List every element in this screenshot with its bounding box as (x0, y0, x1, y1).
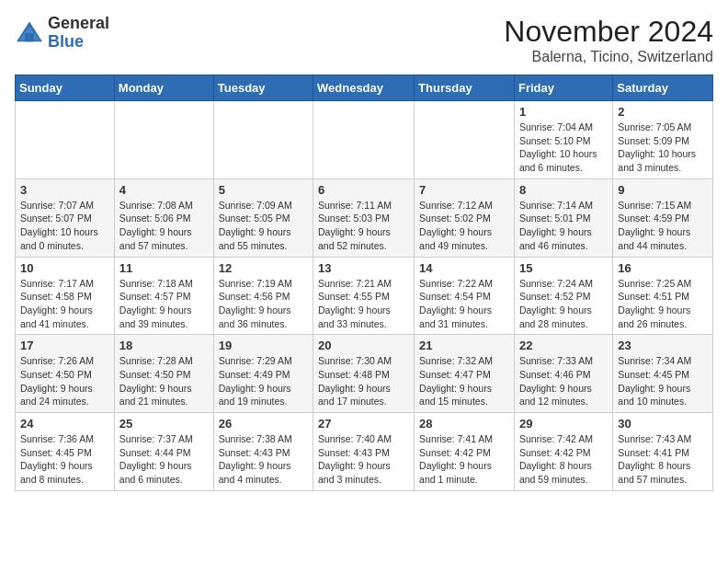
day-number: 21 (419, 339, 509, 352)
day-info: Sunrise: 7:18 AM Sunset: 4:57 PM Dayligh… (119, 277, 209, 331)
day-number: 24 (20, 417, 109, 431)
calendar-week-row: 3Sunrise: 7:07 AM Sunset: 5:07 PM Daylig… (16, 178, 713, 257)
day-info: Sunrise: 7:17 AM Sunset: 4:58 PM Dayligh… (20, 277, 109, 331)
calendar-cell: 17Sunrise: 7:26 AM Sunset: 4:50 PM Dayli… (16, 335, 115, 413)
day-info: Sunrise: 7:34 AM Sunset: 4:45 PM Dayligh… (618, 354, 708, 408)
calendar-cell: 4Sunrise: 7:08 AM Sunset: 5:06 PM Daylig… (114, 178, 213, 257)
day-info: Sunrise: 7:08 AM Sunset: 5:06 PM Dayligh… (119, 199, 209, 253)
day-number: 27 (318, 417, 409, 431)
day-number: 30 (618, 417, 708, 431)
day-info: Sunrise: 7:12 AM Sunset: 5:02 PM Dayligh… (419, 199, 509, 253)
calendar-cell: 8Sunrise: 7:14 AM Sunset: 5:01 PM Daylig… (514, 178, 612, 257)
calendar-cell: 3Sunrise: 7:07 AM Sunset: 5:07 PM Daylig… (16, 178, 115, 257)
day-info: Sunrise: 7:25 AM Sunset: 4:51 PM Dayligh… (618, 277, 708, 331)
day-number: 25 (119, 417, 209, 431)
calendar-cell: 1Sunrise: 7:04 AM Sunset: 5:10 PM Daylig… (514, 101, 612, 179)
calendar-cell: 24Sunrise: 7:36 AM Sunset: 4:45 PM Dayli… (16, 413, 115, 491)
day-number: 9 (618, 183, 708, 197)
calendar-cell: 23Sunrise: 7:34 AM Sunset: 4:45 PM Dayli… (613, 335, 713, 413)
day-number: 13 (318, 261, 409, 275)
title-section: November 2024 Balerna, Ticino, Switzerla… (504, 15, 713, 65)
calendar-cell: 5Sunrise: 7:09 AM Sunset: 5:05 PM Daylig… (213, 178, 313, 257)
calendar-cell: 14Sunrise: 7:22 AM Sunset: 4:54 PM Dayli… (415, 257, 515, 335)
day-info: Sunrise: 7:32 AM Sunset: 4:47 PM Dayligh… (419, 354, 509, 408)
day-info: Sunrise: 7:15 AM Sunset: 4:59 PM Dayligh… (618, 199, 708, 253)
day-number: 1 (519, 105, 608, 119)
calendar-cell: 27Sunrise: 7:40 AM Sunset: 4:43 PM Dayli… (313, 413, 415, 491)
weekday-header: Monday (114, 75, 213, 101)
weekday-header: Friday (514, 75, 612, 101)
day-info: Sunrise: 7:40 AM Sunset: 4:43 PM Dayligh… (318, 432, 409, 487)
day-number: 12 (219, 261, 308, 275)
weekday-header: Tuesday (213, 75, 313, 101)
calendar-cell: 16Sunrise: 7:25 AM Sunset: 4:51 PM Dayli… (613, 257, 713, 335)
day-info: Sunrise: 7:30 AM Sunset: 4:48 PM Dayligh… (318, 354, 409, 408)
calendar-cell: 20Sunrise: 7:30 AM Sunset: 4:48 PM Dayli… (313, 335, 415, 413)
calendar-week-row: 24Sunrise: 7:36 AM Sunset: 4:45 PM Dayli… (16, 413, 713, 491)
day-info: Sunrise: 7:09 AM Sunset: 5:05 PM Dayligh… (219, 199, 308, 253)
logo: General Blue (15, 15, 109, 52)
calendar-week-row: 17Sunrise: 7:26 AM Sunset: 4:50 PM Dayli… (16, 335, 713, 413)
calendar-week-row: 1Sunrise: 7:04 AM Sunset: 5:10 PM Daylig… (16, 101, 713, 179)
day-info: Sunrise: 7:38 AM Sunset: 4:43 PM Dayligh… (219, 432, 308, 487)
day-info: Sunrise: 7:22 AM Sunset: 4:54 PM Dayligh… (419, 277, 509, 331)
calendar-cell: 10Sunrise: 7:17 AM Sunset: 4:58 PM Dayli… (16, 257, 115, 335)
day-number: 7 (419, 183, 509, 197)
month-title: November 2024 (504, 15, 713, 49)
calendar-cell: 12Sunrise: 7:19 AM Sunset: 4:56 PM Dayli… (213, 257, 313, 335)
calendar-cell: 25Sunrise: 7:37 AM Sunset: 4:44 PM Dayli… (114, 413, 213, 491)
logo-blue-text: Blue (48, 33, 109, 52)
calendar-table: SundayMondayTuesdayWednesdayThursdayFrid… (15, 75, 713, 491)
day-number: 18 (119, 339, 209, 352)
calendar-cell: 29Sunrise: 7:42 AM Sunset: 4:42 PM Dayli… (514, 413, 612, 491)
page-header: General Blue November 2024 Balerna, Tici… (15, 15, 713, 65)
weekday-header: Saturday (613, 75, 713, 101)
weekday-header: Thursday (415, 75, 515, 101)
day-number: 15 (519, 261, 608, 275)
day-info: Sunrise: 7:24 AM Sunset: 4:52 PM Dayligh… (519, 277, 608, 331)
day-number: 11 (119, 261, 209, 275)
day-number: 4 (119, 183, 209, 197)
day-number: 16 (618, 261, 708, 275)
calendar-cell: 18Sunrise: 7:28 AM Sunset: 4:50 PM Dayli… (114, 335, 213, 413)
location-title: Balerna, Ticino, Switzerland (504, 49, 713, 65)
day-info: Sunrise: 7:37 AM Sunset: 4:44 PM Dayligh… (119, 432, 209, 487)
calendar-cell: 2Sunrise: 7:05 AM Sunset: 5:09 PM Daylig… (613, 101, 713, 179)
calendar-cell: 11Sunrise: 7:18 AM Sunset: 4:57 PM Dayli… (114, 257, 213, 335)
logo-icon (15, 20, 44, 46)
logo-general-text: General (48, 15, 109, 33)
day-info: Sunrise: 7:36 AM Sunset: 4:45 PM Dayligh… (20, 432, 109, 487)
calendar-cell: 9Sunrise: 7:15 AM Sunset: 4:59 PM Daylig… (613, 178, 713, 257)
day-number: 26 (219, 417, 308, 431)
calendar-cell: 21Sunrise: 7:32 AM Sunset: 4:47 PM Dayli… (415, 335, 515, 413)
day-info: Sunrise: 7:43 AM Sunset: 4:41 PM Dayligh… (618, 432, 708, 487)
day-info: Sunrise: 7:28 AM Sunset: 4:50 PM Dayligh… (119, 354, 209, 408)
calendar-cell: 15Sunrise: 7:24 AM Sunset: 4:52 PM Dayli… (514, 257, 612, 335)
calendar-cell: 26Sunrise: 7:38 AM Sunset: 4:43 PM Dayli… (213, 413, 313, 491)
calendar-cell (313, 101, 415, 179)
day-number: 19 (219, 339, 308, 352)
calendar-cell: 6Sunrise: 7:11 AM Sunset: 5:03 PM Daylig… (313, 178, 415, 257)
calendar-cell (415, 101, 515, 179)
calendar-cell: 28Sunrise: 7:41 AM Sunset: 4:42 PM Dayli… (415, 413, 515, 491)
day-number: 17 (20, 339, 109, 352)
day-number: 3 (20, 183, 109, 197)
day-number: 23 (618, 339, 708, 352)
calendar-cell (213, 101, 313, 179)
day-number: 2 (618, 105, 708, 119)
calendar-cell (16, 101, 115, 179)
weekday-header: Sunday (16, 75, 115, 101)
day-info: Sunrise: 7:41 AM Sunset: 4:42 PM Dayligh… (419, 432, 509, 487)
calendar-cell (114, 101, 213, 179)
day-info: Sunrise: 7:21 AM Sunset: 4:55 PM Dayligh… (318, 277, 409, 331)
calendar-cell: 22Sunrise: 7:33 AM Sunset: 4:46 PM Dayli… (514, 335, 612, 413)
day-number: 14 (419, 261, 509, 275)
calendar-week-row: 10Sunrise: 7:17 AM Sunset: 4:58 PM Dayli… (16, 257, 713, 335)
day-number: 20 (318, 339, 409, 352)
svg-rect-2 (25, 33, 33, 41)
calendar-header-row: SundayMondayTuesdayWednesdayThursdayFrid… (16, 75, 713, 101)
day-info: Sunrise: 7:11 AM Sunset: 5:03 PM Dayligh… (318, 199, 409, 253)
day-number: 22 (519, 339, 608, 352)
day-number: 29 (519, 417, 608, 431)
day-info: Sunrise: 7:04 AM Sunset: 5:10 PM Dayligh… (519, 121, 608, 175)
